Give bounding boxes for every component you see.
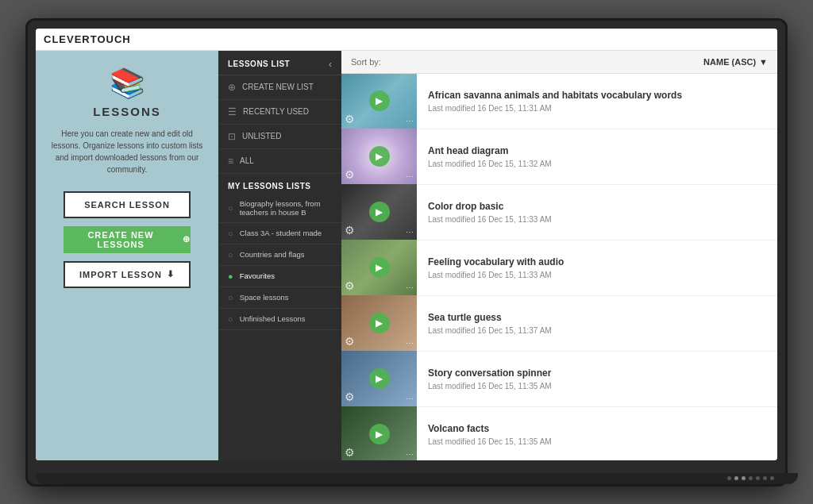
lesson-thumb-1: ▶ ⚙ ⋯ [341, 74, 417, 129]
content-panel: Sort by: NAME (ASC) ▼ ▶ ⚙ ⋯ A [341, 51, 777, 460]
left-panel: 📚 LESSONS Here you can create new and ed… [36, 51, 218, 460]
gear-icon-3: ⚙ [345, 224, 355, 237]
sort-value-text: NAME (ASC) [703, 57, 756, 67]
lessons-icon: 📚 [110, 67, 145, 100]
monitor-bottom-bar [36, 473, 798, 484]
dots-icon-3: ⋯ [406, 228, 414, 237]
lesson-info-6: Story conversation spinner Last modified… [417, 361, 777, 397]
app-title: CLEVERTOUCH [44, 33, 131, 45]
play-icon-2: ▶ [369, 146, 390, 167]
import-icon: ⬇ [167, 269, 175, 279]
sidebar-list-countries[interactable]: ○ Countries and flags [218, 244, 341, 266]
import-lesson-button[interactable]: IMPORT LESSON ⬇ [64, 261, 191, 288]
lesson-list: ▶ ⚙ ⋯ African savanna animals and habita… [341, 74, 777, 460]
play-icon-4: ▶ [369, 257, 390, 278]
gear-icon-7: ⚙ [345, 446, 355, 459]
gear-icon-2: ⚙ [345, 168, 355, 181]
lesson-name-6: Story conversation spinner [428, 367, 766, 379]
screen: CLEVERTOUCH 📚 LESSONS Here you can creat… [36, 29, 777, 460]
lesson-thumb-7: ▶ ⚙ ⋯ [341, 406, 417, 460]
lesson-info-3: Color drop basic Last modified 16 Dec 15… [417, 194, 777, 230]
circle-icon-biography: ○ [228, 203, 233, 213]
circle-icon-space: ○ [228, 293, 233, 302]
lesson-item-5[interactable]: ▶ ⚙ ⋯ Sea turtle guess Last modified 16 … [341, 296, 777, 352]
lesson-name-7: Volcano facts [428, 423, 766, 434]
gear-icon-1: ⚙ [345, 113, 355, 125]
lessons-title: LESSONS [93, 105, 161, 118]
plus-icon: ⊕ [228, 82, 236, 93]
list-icon: ⊡ [228, 131, 236, 142]
dots-icon-5: ⋯ [406, 339, 414, 348]
lesson-item-6[interactable]: ▶ ⚙ ⋯ Story conversation spinner Last mo… [341, 352, 777, 407]
lesson-modified-5: Last modified 16 Dec 15, 11:37 AM [428, 326, 766, 335]
lesson-info-5: Sea turtle guess Last modified 16 Dec 15… [417, 306, 777, 341]
lesson-modified-3: Last modified 16 Dec 15, 11:33 AM [428, 215, 766, 224]
chevron-down-icon: ▼ [759, 57, 768, 67]
gear-icon-6: ⚙ [345, 391, 355, 403]
play-icon-6: ▶ [369, 368, 390, 389]
sort-value-button[interactable]: NAME (ASC) ▼ [703, 57, 768, 67]
lesson-name-5: Sea turtle guess [428, 312, 766, 323]
sidebar-list-space[interactable]: ○ Space lessons [218, 287, 341, 309]
lesson-name-3: Color drop basic [428, 201, 766, 212]
lesson-item-7[interactable]: ▶ ⚙ ⋯ Volcano facts Last modified 16 Dec… [341, 407, 777, 460]
my-lessons-lists-title: MY LESSONS LISTS [218, 174, 341, 194]
sidebar-item-all[interactable]: ≡ ALL [218, 149, 341, 174]
lesson-modified-6: Last modified 16 Dec 15, 11:35 AM [428, 382, 766, 391]
top-bar: CLEVERTOUCH [36, 29, 777, 51]
lesson-thumb-2: ▶ ⚙ ⋯ [341, 129, 417, 184]
indicator-dot-1 [727, 476, 731, 480]
create-new-lessons-button[interactable]: CREATE NEW LESSONS ⊕ [64, 226, 191, 253]
play-icon-3: ▶ [369, 202, 390, 222]
indicator-dot-7 [770, 476, 774, 480]
dots-icon-4: ⋯ [406, 283, 414, 292]
monitor: CLEVERTOUCH 📚 LESSONS Here you can creat… [25, 18, 788, 487]
dots-icon-7: ⋯ [406, 450, 414, 459]
lessons-description: Here you can create new and edit old les… [48, 128, 206, 175]
lesson-modified-7: Last modified 16 Dec 15, 11:35 AM [428, 437, 766, 446]
sidebar-item-recently-used[interactable]: ☰ RECENTLY USED [218, 100, 341, 125]
lesson-item-4[interactable]: ▶ ⚙ ⋯ Feeling vocabulary with audio Last… [341, 240, 777, 296]
indicator-dot-6 [763, 476, 767, 480]
lesson-item-3[interactable]: ▶ ⚙ ⋯ Color drop basic Last modified 16 … [341, 185, 777, 240]
lesson-name-4: Feeling vocabulary with audio [428, 256, 766, 267]
lesson-thumb-4: ▶ ⚙ ⋯ [341, 240, 417, 295]
dots-icon-1: ⋯ [406, 117, 414, 125]
sidebar: LESSONS LIST ‹ ⊕ CREATE NEW LIST ☰ RECEN… [218, 51, 341, 460]
play-icon-1: ▶ [369, 90, 390, 111]
lesson-modified-2: Last modified 16 Dec 15, 11:32 AM [428, 160, 766, 168]
search-lesson-button[interactable]: SEARCH LESSON [64, 191, 191, 218]
circle-icon-countries: ○ [228, 250, 233, 260]
lesson-modified-1: Last modified 16 Dec 15, 11:31 AM [428, 104, 766, 113]
gear-icon-4: ⚙ [345, 279, 355, 292]
circle-icon-unfinished: ○ [228, 314, 233, 324]
content-header: Sort by: NAME (ASC) ▼ [341, 51, 777, 74]
sidebar-item-create-new-list[interactable]: ⊕ CREATE NEW LIST [218, 75, 341, 100]
lesson-modified-4: Last modified 16 Dec 15, 11:33 AM [428, 271, 766, 279]
clock-icon: ☰ [228, 106, 237, 117]
sidebar-list-favourites[interactable]: ● Favourites [218, 266, 341, 287]
lesson-info-1: African savanna animals and habitats voc… [417, 83, 777, 119]
lesson-info-2: Ant head diagram Last modified 16 Dec 15… [417, 139, 777, 175]
circle-filled-icon-favourites: ● [228, 271, 233, 281]
sidebar-item-unlisted[interactable]: ⊡ UNLISTED [218, 125, 341, 149]
indicator-dot-5 [756, 476, 760, 480]
indicator-dot-4 [749, 476, 753, 480]
sidebar-collapse-icon[interactable]: ‹ [329, 59, 332, 70]
lesson-thumb-3: ▶ ⚙ ⋯ [341, 184, 417, 240]
dots-icon-2: ⋯ [406, 172, 414, 181]
sidebar-list-class3a[interactable]: ○ Class 3A - student made [218, 223, 341, 244]
sidebar-list-biography[interactable]: ○ Biography lessons, from teachers in ho… [218, 194, 341, 223]
plus-circle-icon: ⊕ [183, 234, 191, 244]
indicator-dot-2 [734, 476, 738, 480]
gear-icon-5: ⚙ [345, 335, 355, 348]
indicator-dot-3 [742, 476, 746, 480]
lesson-info-7: Volcano facts Last modified 16 Dec 15, 1… [417, 417, 777, 452]
lesson-item-1[interactable]: ▶ ⚙ ⋯ African savanna animals and habita… [341, 74, 777, 129]
lesson-item-2[interactable]: ▶ ⚙ ⋯ Ant head diagram Last modified 16 … [341, 129, 777, 185]
lesson-info-4: Feeling vocabulary with audio Last modif… [417, 250, 777, 286]
circle-icon-class3a: ○ [228, 229, 233, 238]
dots-icon-6: ⋯ [406, 394, 414, 403]
sidebar-list-unfinished[interactable]: ○ Unfinished Lessons [218, 309, 341, 330]
sort-by-label: Sort by: [351, 57, 381, 67]
